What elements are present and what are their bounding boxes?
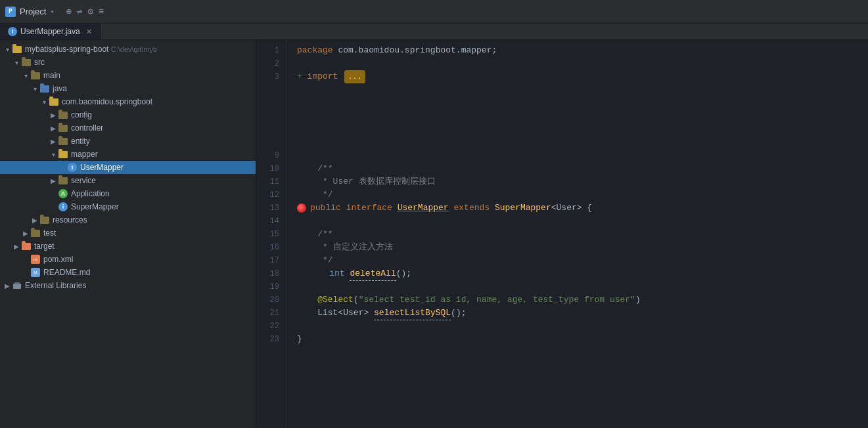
line-numbers: 1 2 3 4 5 6 7 8 9 10 11 12 13 14 15 16 1…: [256, 40, 286, 428]
sidebar-item-java[interactable]: ▾ java: [0, 82, 256, 95]
folder-icon-target: [21, 241, 32, 251]
code-line-20: @Select("select test_id as id, name, age…: [297, 293, 857, 307]
label-pom: pom.xml: [43, 255, 256, 264]
label-resources: resources: [53, 215, 256, 225]
code-line-8: [297, 136, 857, 149]
ln-11: 11: [256, 175, 279, 188]
sidebar-item-test[interactable]: ▶ test: [0, 226, 256, 240]
sidebar: ▾ mybatisplus-spring-boot C:\dev\git\myb…: [0, 40, 256, 428]
code-line-7: [297, 123, 857, 136]
ln-12: 12: [256, 188, 279, 202]
arrow-pom: [21, 256, 30, 263]
ln-9: 9: [256, 149, 279, 162]
sidebar-item-root[interactable]: ▾ mybatisplus-spring-boot C:\dev\git\myb: [0, 43, 256, 56]
ln-14: 14: [256, 215, 279, 228]
arrow-service: ▶: [49, 177, 58, 184]
sidebar-item-controller[interactable]: ▶ controller: [0, 121, 256, 135]
folder-icon-config: [58, 110, 68, 120]
ln-21: 21: [256, 307, 279, 320]
ln-16: 16: [256, 241, 279, 254]
package-icon: [49, 96, 59, 107]
sidebar-item-readme[interactable]: M README.md: [0, 266, 256, 279]
arrow-java: ▾: [30, 85, 39, 93]
code-line-22: [297, 320, 857, 333]
folder-icon-java: [39, 83, 50, 94]
arrow-root: ▾: [3, 46, 12, 53]
folder-icon-controller: [58, 123, 68, 133]
arrow-resources: ▶: [30, 217, 39, 224]
folder-icon-service: [58, 175, 68, 186]
ln-2: 2: [256, 57, 279, 70]
sync-action[interactable]: ⇌: [77, 6, 82, 17]
sidebar-item-package-root[interactable]: ▾ com.baomidou.springboot: [0, 95, 256, 108]
label-main: main: [43, 71, 256, 80]
label-service: service: [71, 176, 256, 185]
arrow-supermapper: [49, 203, 58, 211]
xml-icon-pom: m: [30, 254, 41, 265]
code-line-23: }: [297, 333, 857, 346]
tab-file-icon: i: [8, 27, 17, 36]
title-actions: ⊕ ⇌ ⚙ ≡: [66, 6, 104, 17]
arrow-entity: ▶: [49, 138, 58, 145]
sidebar-item-usermapper[interactable]: i UserMapper: [0, 161, 256, 174]
arrow-controller: ▶: [49, 125, 58, 132]
ln-13: 13: [256, 202, 279, 215]
ln-23: 23: [256, 333, 279, 346]
sidebar-item-application[interactable]: A Application: [0, 187, 256, 200]
label-entity: entity: [71, 137, 256, 146]
sidebar-item-src[interactable]: ▾ src: [0, 56, 256, 69]
code-line-6: [297, 110, 857, 123]
label-root: mybatisplus-spring-boot C:\dev\git\myb: [25, 45, 256, 54]
arrow-extlibs: ▶: [3, 282, 12, 289]
label-controller: controller: [71, 123, 256, 133]
sidebar-item-extlibs[interactable]: ▶ External Libraries: [0, 279, 256, 292]
menu-action[interactable]: ≡: [99, 7, 104, 17]
code-line-3: + import ...: [297, 70, 857, 83]
import-badge[interactable]: ...: [344, 70, 365, 83]
ln-1: 1: [256, 44, 279, 57]
sidebar-item-entity[interactable]: ▶ entity: [0, 135, 256, 148]
title-dropdown-arrow[interactable]: ▾: [50, 8, 54, 16]
editor: 1 2 3 4 5 6 7 8 9 10 11 12 13 14 15 16 1…: [256, 40, 868, 428]
folder-icon-test: [30, 228, 41, 238]
ln-6: 6: [256, 110, 279, 123]
sidebar-item-supermapper[interactable]: i SuperMapper: [0, 200, 256, 213]
code-line-14: [297, 215, 857, 228]
arrow-test: ▶: [21, 230, 30, 237]
sidebar-item-target[interactable]: ▶ target: [0, 240, 256, 253]
tab-usermapper[interactable]: i UserMapper.java ✕: [0, 24, 101, 39]
code-line-17: */: [297, 254, 857, 267]
project-title: Project: [20, 7, 46, 16]
ln-22: 22: [256, 320, 279, 333]
folder-icon-entity: [58, 136, 68, 146]
sidebar-item-service[interactable]: ▶ service: [0, 174, 256, 187]
arrow-readme: [21, 269, 30, 276]
info-icon-supermapper: i: [58, 202, 68, 212]
sidebar-item-config[interactable]: ▶ config: [0, 108, 256, 121]
arrow-application: [49, 190, 58, 198]
folder-icon-main: [30, 70, 41, 81]
folder-icon-root: [12, 44, 22, 54]
label-supermapper: SuperMapper: [71, 202, 256, 211]
sidebar-item-mapper[interactable]: ▾ mapper: [0, 148, 256, 161]
label-application: Application: [71, 189, 256, 198]
tab-close-button[interactable]: ✕: [86, 28, 92, 36]
arrow-src: ▾: [12, 59, 21, 66]
ln-17: 17: [256, 254, 279, 267]
sidebar-item-resources[interactable]: ▶ resources: [0, 213, 256, 226]
sidebar-item-pom[interactable]: m pom.xml: [0, 253, 256, 266]
label-readme: README.md: [43, 268, 256, 277]
app-icon-application: A: [58, 188, 68, 199]
label-src: src: [34, 58, 256, 67]
svg-rect-0: [13, 284, 21, 289]
arrow-config: ▶: [49, 112, 58, 119]
editor-content[interactable]: 1 2 3 4 5 6 7 8 9 10 11 12 13 14 15 16 1…: [256, 40, 868, 428]
code-area[interactable]: package com.baomidou.springboot.mapper; …: [286, 40, 868, 428]
sidebar-item-main[interactable]: ▾ main: [0, 69, 256, 82]
code-line-18: int deleteAll();: [297, 267, 857, 280]
ln-5: 5: [256, 96, 279, 110]
ln-4: 4: [256, 83, 279, 96]
arrow-usermapper: [58, 164, 67, 171]
settings-action[interactable]: ⚙: [87, 6, 93, 17]
add-action[interactable]: ⊕: [66, 6, 72, 17]
